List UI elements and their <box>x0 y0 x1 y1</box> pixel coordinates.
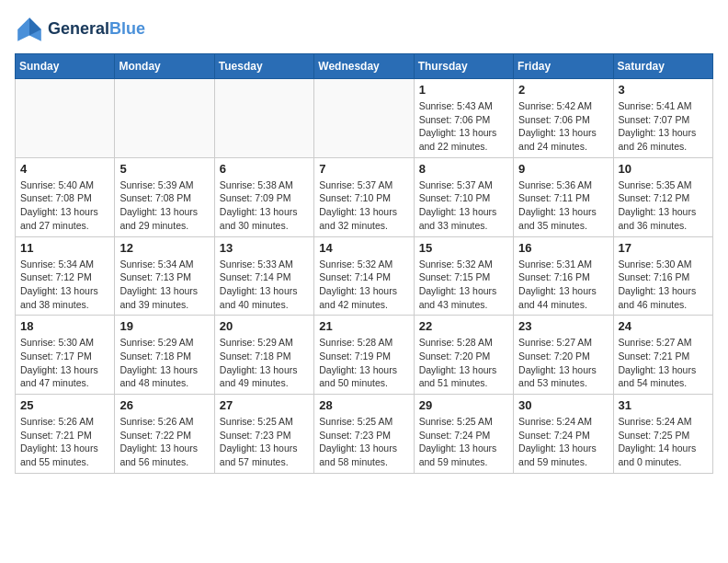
day-number-29: 29 <box>419 398 508 412</box>
day-number-31: 31 <box>619 398 708 412</box>
day-info-23: Sunrise: 5:27 AMSunset: 7:20 PMDaylight:… <box>518 336 608 390</box>
day-info-1: Sunrise: 5:43 AMSunset: 7:06 PMDaylight:… <box>419 99 508 154</box>
day-number-23: 23 <box>518 319 608 333</box>
day-number-27: 27 <box>220 398 309 412</box>
day-info-13: Sunrise: 5:33 AMSunset: 7:14 PMDaylight:… <box>220 258 309 312</box>
header-monday: Monday <box>115 54 214 79</box>
day-number-5: 5 <box>119 162 209 176</box>
day-number-13: 13 <box>220 241 309 255</box>
day-info-15: Sunrise: 5:32 AMSunset: 7:15 PMDaylight:… <box>419 258 508 312</box>
day-number-25: 25 <box>20 398 109 412</box>
day-info-31: Sunrise: 5:24 AMSunset: 7:25 PMDaylight:… <box>619 415 708 469</box>
day-11: 11Sunrise: 5:34 AMSunset: 7:12 PMDayligh… <box>16 236 115 316</box>
day-info-29: Sunrise: 5:25 AMSunset: 7:24 PMDaylight:… <box>419 415 508 469</box>
day-number-6: 6 <box>220 162 309 176</box>
day-24: 24Sunrise: 5:27 AMSunset: 7:21 PMDayligh… <box>613 316 712 395</box>
day-info-7: Sunrise: 5:37 AMSunset: 7:10 PMDaylight:… <box>319 178 408 233</box>
day-27: 27Sunrise: 5:25 AMSunset: 7:23 PMDayligh… <box>214 395 313 474</box>
day-number-28: 28 <box>319 398 408 412</box>
day-number-11: 11 <box>20 241 109 255</box>
day-info-4: Sunrise: 5:40 AMSunset: 7:08 PMDaylight:… <box>20 178 109 233</box>
day-7: 7Sunrise: 5:37 AMSunset: 7:10 PMDaylight… <box>314 157 414 236</box>
day-18: 18Sunrise: 5:30 AMSunset: 7:17 PMDayligh… <box>16 316 115 395</box>
day-number-12: 12 <box>119 241 209 255</box>
day-info-3: Sunrise: 5:41 AMSunset: 7:07 PMDaylight:… <box>619 99 708 154</box>
day-4: 4Sunrise: 5:40 AMSunset: 7:08 PMDaylight… <box>16 157 115 236</box>
day-31: 31Sunrise: 5:24 AMSunset: 7:25 PMDayligh… <box>613 395 712 474</box>
day-number-24: 24 <box>619 319 708 333</box>
empty-day <box>214 79 313 158</box>
header-saturday: Saturday <box>613 54 712 79</box>
day-info-12: Sunrise: 5:34 AMSunset: 7:13 PMDaylight:… <box>119 258 209 312</box>
day-info-18: Sunrise: 5:30 AMSunset: 7:17 PMDaylight:… <box>20 336 109 390</box>
day-info-6: Sunrise: 5:38 AMSunset: 7:09 PMDaylight:… <box>220 178 309 233</box>
day-info-9: Sunrise: 5:36 AMSunset: 7:11 PMDaylight:… <box>518 178 608 233</box>
day-20: 20Sunrise: 5:29 AMSunset: 7:18 PMDayligh… <box>214 316 313 395</box>
day-14: 14Sunrise: 5:32 AMSunset: 7:14 PMDayligh… <box>314 236 414 316</box>
calendar-header: SundayMondayTuesdayWednesdayThursdayFrid… <box>16 54 713 79</box>
day-number-4: 4 <box>20 162 109 176</box>
day-info-10: Sunrise: 5:35 AMSunset: 7:12 PMDaylight:… <box>619 178 708 233</box>
day-info-2: Sunrise: 5:42 AMSunset: 7:06 PMDaylight:… <box>518 99 608 154</box>
day-info-8: Sunrise: 5:37 AMSunset: 7:10 PMDaylight:… <box>419 178 508 233</box>
day-number-3: 3 <box>619 83 708 97</box>
day-29: 29Sunrise: 5:25 AMSunset: 7:24 PMDayligh… <box>414 395 513 474</box>
day-info-30: Sunrise: 5:24 AMSunset: 7:24 PMDaylight:… <box>518 415 608 469</box>
day-22: 22Sunrise: 5:28 AMSunset: 7:20 PMDayligh… <box>414 316 513 395</box>
day-number-26: 26 <box>119 398 209 412</box>
header-wednesday: Wednesday <box>314 54 414 79</box>
logo: GeneralBlue <box>15 15 145 44</box>
week-row-3: 11Sunrise: 5:34 AMSunset: 7:12 PMDayligh… <box>16 236 713 316</box>
day-30: 30Sunrise: 5:24 AMSunset: 7:24 PMDayligh… <box>514 395 613 474</box>
day-info-24: Sunrise: 5:27 AMSunset: 7:21 PMDaylight:… <box>619 336 708 390</box>
day-info-22: Sunrise: 5:28 AMSunset: 7:20 PMDaylight:… <box>419 336 508 390</box>
day-26: 26Sunrise: 5:26 AMSunset: 7:22 PMDayligh… <box>115 395 214 474</box>
day-13: 13Sunrise: 5:33 AMSunset: 7:14 PMDayligh… <box>214 236 313 316</box>
empty-day <box>16 79 115 158</box>
day-6: 6Sunrise: 5:38 AMSunset: 7:09 PMDaylight… <box>214 157 313 236</box>
day-number-19: 19 <box>119 319 209 333</box>
day-info-27: Sunrise: 5:25 AMSunset: 7:23 PMDaylight:… <box>220 415 309 469</box>
day-info-16: Sunrise: 5:31 AMSunset: 7:16 PMDaylight:… <box>518 258 608 312</box>
day-5: 5Sunrise: 5:39 AMSunset: 7:08 PMDaylight… <box>115 157 214 236</box>
header-friday: Friday <box>514 54 613 79</box>
day-info-28: Sunrise: 5:25 AMSunset: 7:23 PMDaylight:… <box>319 415 408 469</box>
logo-icon <box>15 15 44 44</box>
header-thursday: Thursday <box>414 54 513 79</box>
day-info-11: Sunrise: 5:34 AMSunset: 7:12 PMDaylight:… <box>20 258 109 312</box>
week-row-2: 4Sunrise: 5:40 AMSunset: 7:08 PMDaylight… <box>16 157 713 236</box>
day-number-9: 9 <box>518 162 608 176</box>
day-23: 23Sunrise: 5:27 AMSunset: 7:20 PMDayligh… <box>514 316 613 395</box>
day-number-7: 7 <box>319 162 408 176</box>
day-9: 9Sunrise: 5:36 AMSunset: 7:11 PMDaylight… <box>514 157 613 236</box>
day-16: 16Sunrise: 5:31 AMSunset: 7:16 PMDayligh… <box>514 236 613 316</box>
logo-text: GeneralBlue <box>48 20 145 39</box>
day-15: 15Sunrise: 5:32 AMSunset: 7:15 PMDayligh… <box>414 236 513 316</box>
empty-day <box>115 79 214 158</box>
day-number-1: 1 <box>419 83 508 97</box>
day-21: 21Sunrise: 5:28 AMSunset: 7:19 PMDayligh… <box>314 316 414 395</box>
empty-day <box>314 79 414 158</box>
day-info-14: Sunrise: 5:32 AMSunset: 7:14 PMDaylight:… <box>319 258 408 312</box>
day-number-22: 22 <box>419 319 508 333</box>
day-2: 2Sunrise: 5:42 AMSunset: 7:06 PMDaylight… <box>514 79 613 158</box>
day-info-25: Sunrise: 5:26 AMSunset: 7:21 PMDaylight:… <box>20 415 109 469</box>
day-8: 8Sunrise: 5:37 AMSunset: 7:10 PMDaylight… <box>414 157 513 236</box>
day-10: 10Sunrise: 5:35 AMSunset: 7:12 PMDayligh… <box>613 157 712 236</box>
day-12: 12Sunrise: 5:34 AMSunset: 7:13 PMDayligh… <box>115 236 214 316</box>
day-info-5: Sunrise: 5:39 AMSunset: 7:08 PMDaylight:… <box>119 178 209 233</box>
day-number-20: 20 <box>220 319 309 333</box>
day-number-10: 10 <box>619 162 708 176</box>
week-row-1: 1Sunrise: 5:43 AMSunset: 7:06 PMDaylight… <box>16 79 713 158</box>
header-sunday: Sunday <box>16 54 115 79</box>
day-info-20: Sunrise: 5:29 AMSunset: 7:18 PMDaylight:… <box>220 336 309 390</box>
day-number-16: 16 <box>518 241 608 255</box>
day-number-21: 21 <box>319 319 408 333</box>
day-1: 1Sunrise: 5:43 AMSunset: 7:06 PMDaylight… <box>414 79 513 158</box>
day-19: 19Sunrise: 5:29 AMSunset: 7:18 PMDayligh… <box>115 316 214 395</box>
week-row-4: 18Sunrise: 5:30 AMSunset: 7:17 PMDayligh… <box>16 316 713 395</box>
day-17: 17Sunrise: 5:30 AMSunset: 7:16 PMDayligh… <box>613 236 712 316</box>
day-number-8: 8 <box>419 162 508 176</box>
day-number-14: 14 <box>319 241 408 255</box>
day-info-21: Sunrise: 5:28 AMSunset: 7:19 PMDaylight:… <box>319 336 408 390</box>
